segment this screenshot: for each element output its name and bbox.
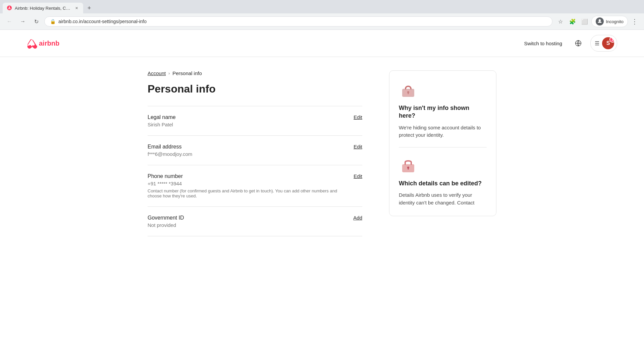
email-label: Email address <box>148 144 348 150</box>
why-not-shown-title: Why isn't my info shown here? <box>399 104 487 120</box>
phone-content: Phone number +91 ***** *3944 Contact num… <box>148 173 348 198</box>
toolbar-actions: ☆ 🧩 ⬜ Incognito ⋮ <box>555 16 640 27</box>
card-divider <box>399 147 487 147</box>
switch-hosting-button[interactable]: Switch to hosting <box>520 38 566 49</box>
phone-label: Phone number <box>148 173 348 179</box>
tab-bar: Airbnb: Holiday Rentals, Cabins, ✕ + <box>0 0 644 13</box>
svg-text:airbnb: airbnb <box>39 40 59 47</box>
airbnb-logo[interactable]: airbnb <box>27 38 61 49</box>
user-menu-button[interactable]: ☰ S 2 <box>590 35 617 52</box>
extensions-icon[interactable]: 🧩 <box>567 16 578 27</box>
which-editable-title: Which details can be edited? <box>399 180 487 187</box>
legal-name-content: Legal name Sirish Patel <box>148 114 348 127</box>
header-actions: Switch to hosting ☰ S 2 <box>520 35 617 52</box>
legal-name-label: Legal name <box>148 114 348 120</box>
gov-id-label: Government ID <box>148 215 348 221</box>
gov-id-row: Government ID Not provided Add <box>148 207 362 236</box>
info-section: Legal name Sirish Patel Edit Email addre… <box>148 106 362 236</box>
profile-manager-icon[interactable]: ⬜ <box>579 16 590 27</box>
address-bar[interactable]: 🔒 airbnb.co.in/account-settings/personal… <box>44 16 552 26</box>
logo-area[interactable]: airbnb <box>27 38 61 49</box>
phone-value: +91 ***** *3944 <box>148 181 348 186</box>
incognito-avatar-icon <box>596 17 604 25</box>
breadcrumb-current: Personal info <box>172 70 202 76</box>
main-content: Account › Personal info Personal info Le… <box>121 57 523 250</box>
legal-name-edit-button[interactable]: Edit <box>354 114 362 120</box>
why-not-shown-card: Why isn't my info shown here? We're hidi… <box>389 70 496 216</box>
email-value: f***6@moodjoy.com <box>148 151 348 157</box>
user-avatar: S 2 <box>602 37 614 49</box>
back-button[interactable]: ← <box>4 16 15 27</box>
reload-button[interactable]: ↻ <box>31 16 42 27</box>
bookmark-icon[interactable]: ☆ <box>555 16 566 27</box>
legal-name-row: Legal name Sirish Patel Edit <box>148 106 362 136</box>
browser-chrome: Airbnb: Holiday Rentals, Cabins, ✕ + ← →… <box>0 0 644 30</box>
svg-rect-5 <box>404 90 412 96</box>
phone-edit-button[interactable]: Edit <box>354 173 362 179</box>
legal-name-value: Sirish Patel <box>148 122 348 127</box>
gov-id-value: Not provided <box>148 222 348 228</box>
url-text: airbnb.co.in/account-settings/personal-i… <box>58 19 547 24</box>
editable-lock-icon-graphic <box>399 156 418 174</box>
email-row: Email address f***6@moodjoy.com Edit <box>148 136 362 165</box>
which-editable-text: Details Airbnb uses to verify your ident… <box>399 191 487 206</box>
browser-more-button[interactable]: ⋮ <box>629 16 640 27</box>
phone-note: Contact number (for confirmed guests and… <box>148 188 342 198</box>
tab-favicon <box>7 5 12 11</box>
active-tab[interactable]: Airbnb: Holiday Rentals, Cabins, ✕ <box>3 3 83 13</box>
new-tab-button[interactable]: + <box>85 3 94 13</box>
phone-row: Phone number +91 ***** *3944 Contact num… <box>148 165 362 207</box>
breadcrumb-separator: › <box>168 71 170 76</box>
email-content: Email address f***6@moodjoy.com <box>148 144 348 157</box>
incognito-badge[interactable]: Incognito <box>591 16 628 27</box>
breadcrumb-account-link[interactable]: Account <box>148 70 166 76</box>
notification-badge: 2 <box>609 37 614 43</box>
tab-title: Airbnb: Holiday Rentals, Cabins, <box>15 6 71 11</box>
gov-id-content: Government ID Not provided <box>148 215 348 228</box>
breadcrumb: Account › Personal info <box>148 70 362 76</box>
lock-icon-graphic <box>399 80 418 99</box>
language-globe-button[interactable] <box>572 37 585 50</box>
hamburger-icon: ☰ <box>595 40 599 47</box>
gov-id-add-button[interactable]: Add <box>353 215 362 221</box>
page-header: airbnb Switch to hosting ☰ S 2 <box>0 30 644 57</box>
forward-button[interactable]: → <box>17 16 28 27</box>
incognito-label: Incognito <box>606 19 624 24</box>
content-left: Account › Personal info Personal info Le… <box>148 70 362 236</box>
browser-toolbar: ← → ↻ 🔒 airbnb.co.in/account-settings/pe… <box>0 13 644 29</box>
content-right: Why isn't my info shown here? We're hidi… <box>389 70 496 236</box>
why-not-shown-text: We're hiding some account details to pro… <box>399 124 487 139</box>
email-edit-button[interactable]: Edit <box>354 144 362 149</box>
tab-close-button[interactable]: ✕ <box>74 5 79 11</box>
lock-icon: 🔒 <box>50 19 56 24</box>
header-inner: airbnb Switch to hosting ☰ S 2 <box>27 30 617 57</box>
svg-rect-8 <box>408 168 409 170</box>
page-title: Personal info <box>148 83 362 95</box>
